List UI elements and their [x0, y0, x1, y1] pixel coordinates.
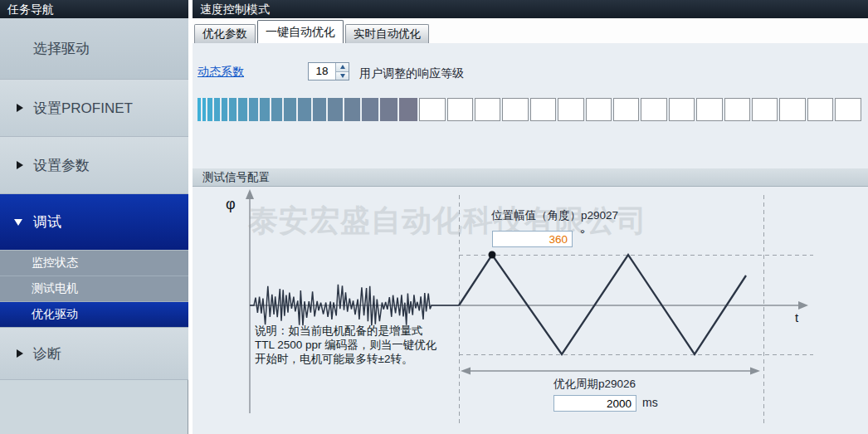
gauge-segment-filled	[207, 98, 212, 121]
sidebar-item-label: 调试	[33, 212, 61, 232]
gauge-segment-empty	[641, 98, 666, 121]
test-signal-chart: 泰安宏盛自动化科技有限公司 φ t	[193, 187, 868, 434]
gauge-segment-empty	[447, 98, 473, 121]
chevron-right-icon	[17, 349, 23, 358]
gauge-segment-filled	[238, 98, 246, 121]
t-axis-arrow-icon	[798, 301, 808, 310]
sidebar-item-label: 诊断	[33, 344, 61, 363]
gauge-segment-filled	[202, 98, 207, 121]
tab-1[interactable]: 一键自动优化	[257, 20, 344, 43]
gauge-segment-filled	[249, 98, 258, 121]
peak-marker-dot	[489, 251, 496, 259]
tab-strip: 优化参数一键自动优化实时自动优化	[193, 18, 868, 43]
chevron-down-icon	[14, 219, 22, 226]
sidebar-item-label: 设置参数	[33, 156, 90, 175]
spinner-value: 18	[309, 63, 335, 80]
gauge-segment-filled	[298, 98, 311, 121]
gauge-segment-empty	[669, 98, 695, 121]
sidebar-nav: 选择驱动设置PROFINET设置参数调试监控状态测试电机优化驱动诊断	[0, 0, 188, 434]
gauge-segment-empty	[807, 98, 833, 121]
chevron-right-icon	[17, 104, 23, 112]
spinner-up-button[interactable]	[336, 63, 349, 71]
noise-waveform	[250, 285, 459, 326]
note-line-2: TTL 2500 ppr 编码器，则当一键优化	[255, 338, 436, 352]
gauge-segment-empty	[613, 98, 639, 121]
gauge-segment-empty	[502, 98, 528, 121]
period-unit-label: ms	[642, 396, 658, 409]
sidebar-item-2[interactable]: 设置参数	[0, 137, 188, 194]
gauge-segment-filled	[380, 98, 397, 121]
dynamic-factor-gauge	[197, 98, 863, 121]
gauge-segment-empty	[475, 98, 500, 121]
amplitude-label: 位置幅值（角度）p29027	[491, 208, 618, 223]
y-axis-label: φ	[226, 196, 236, 212]
triangle-waveform	[459, 255, 746, 354]
gauge-segment-empty	[752, 98, 778, 121]
sidebar-item-5[interactable]: 测试电机	[0, 276, 188, 302]
dynamic-factor-spinner[interactable]: 18	[308, 62, 349, 80]
dynamic-factor-link[interactable]: 动态系数	[197, 65, 244, 80]
period-left-arrow-icon	[461, 368, 471, 375]
sidebar-item-label: 测试电机	[32, 281, 78, 296]
sidebar-item-3[interactable]: 调试	[0, 194, 188, 251]
page-title: 速度控制模式	[193, 0, 868, 18]
sidebar-item-label: 选择驱动	[33, 39, 90, 58]
down-arrow-icon	[340, 74, 345, 78]
sidebar-item-0[interactable]: 选择驱动	[0, 18, 188, 80]
sidebar-item-1[interactable]: 设置PROFINET	[0, 80, 188, 137]
gauge-segment-empty	[419, 98, 445, 121]
gauge-segment-filled	[229, 98, 237, 121]
spinner-down-button[interactable]	[336, 71, 349, 80]
amplitude-input[interactable]	[492, 231, 573, 247]
gauge-segment-empty	[530, 98, 556, 121]
sidebar-item-7[interactable]: 诊断	[0, 328, 188, 380]
response-level-label: 用户调整的响应等级	[359, 66, 464, 81]
sidebar-item-label: 优化驱动	[32, 307, 78, 322]
gauge-segment-filled	[284, 98, 296, 121]
period-label: 优化周期p29026	[553, 377, 636, 392]
spinner-buttons	[335, 63, 349, 80]
tab-2[interactable]: 实时自动优化	[345, 24, 429, 43]
period-input[interactable]	[553, 395, 636, 412]
phi-axis-arrow-icon	[246, 189, 254, 199]
sidebar-item-4[interactable]: 监控状态	[0, 251, 188, 276]
x-axis-label: t	[795, 310, 799, 324]
gauge-segment-filled	[197, 98, 201, 121]
test-signal-section-header: 测试信号配置	[193, 168, 868, 187]
app-window: 任务导航 选择驱动设置PROFINET设置参数调试监控状态测试电机优化驱动诊断 …	[0, 0, 868, 434]
gauge-segment-filled	[328, 98, 343, 121]
gauge-segment-empty	[558, 98, 583, 121]
period-right-arrow-icon	[750, 368, 760, 375]
note-line-1: 说明：如当前电机配备的是增量式	[255, 324, 436, 338]
gauge-segment-filled	[362, 98, 378, 121]
up-arrow-icon	[340, 65, 345, 69]
gauge-segment-filled	[260, 98, 270, 121]
gauge-segment-empty	[724, 98, 750, 121]
gauge-segment-empty	[696, 98, 722, 121]
encoder-note-text: 说明：如当前电机配备的是增量式 TTL 2500 ppr 编码器，则当一键优化 …	[255, 324, 436, 366]
chevron-right-icon	[17, 161, 23, 169]
gauge-segment-filled	[271, 98, 282, 121]
sidebar-item-label: 监控状态	[32, 256, 78, 271]
sidebar-item-6[interactable]: 优化驱动	[0, 302, 188, 328]
gauge-segment-empty	[586, 98, 612, 121]
sidebar-item-label: 设置PROFINET	[33, 99, 133, 118]
gauge-segment-filled	[214, 98, 220, 121]
gauge-segment-filled	[313, 98, 327, 121]
amplitude-unit-label: °	[580, 227, 585, 241]
tab-0[interactable]: 优化参数	[194, 24, 256, 43]
note-line-3: 开始时，电机可能最多转±2转。	[255, 352, 436, 366]
gauge-segment-filled	[344, 98, 360, 121]
gauge-segment-empty	[835, 98, 861, 121]
gauge-segment-empty	[779, 98, 805, 121]
gauge-segment-filled	[222, 98, 228, 121]
gauge-segment-filled	[399, 98, 417, 121]
